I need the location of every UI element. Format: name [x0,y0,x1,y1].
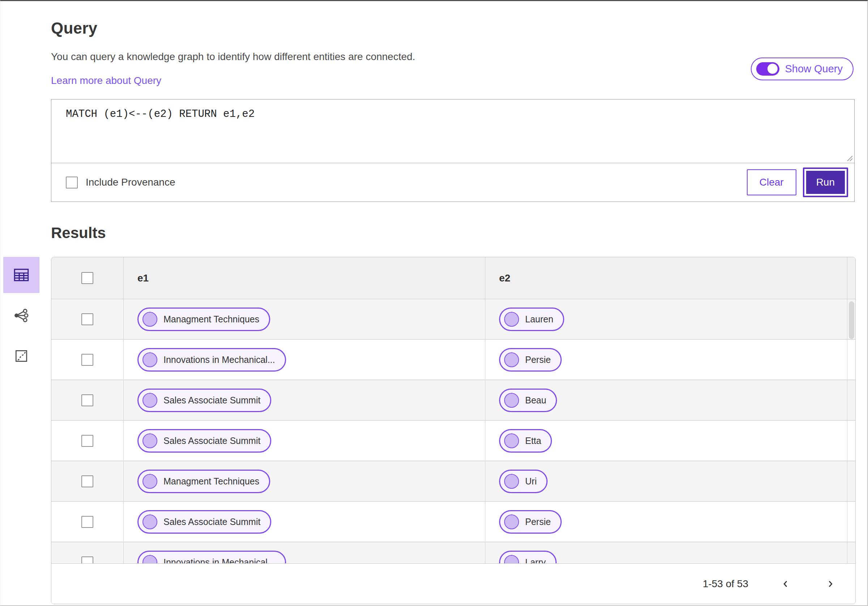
entity-node-icon [504,393,519,408]
query-description: You can query a knowledge graph to ident… [51,51,415,62]
column-header-e2: e2 [485,257,856,299]
query-intro-text: You can query a knowledge graph to ident… [51,51,415,87]
table-view-button[interactable] [3,257,39,293]
entity-node-icon [143,514,157,529]
row-checkbox[interactable] [81,394,93,406]
results-scroll-area: e1 e2 Managment Techniques Lauren [51,257,856,563]
map-view-button[interactable] [3,338,39,374]
show-query-toggle[interactable]: Show Query [751,57,854,80]
table-row: Innovations in Mechanical... Persie [51,340,856,380]
previous-page-button[interactable] [778,576,793,592]
include-provenance-checkbox[interactable] [66,177,78,188]
learn-more-link[interactable]: Learn more about Query [51,75,161,87]
query-actions: Clear Run [747,168,848,197]
table-row: Managment Techniques Lauren [51,299,856,340]
graph-view-icon [13,307,29,324]
resize-handle-icon[interactable] [845,154,853,162]
page-title: Query [51,19,855,37]
graph-view-button[interactable] [3,297,39,334]
entity-node-icon [504,434,519,448]
include-provenance-option[interactable]: Include Provenance [66,177,175,188]
toggle-knob [767,64,778,74]
entity-node-icon [504,514,519,529]
table-row: Managment Techniques Uri [51,461,856,502]
pagination-bar: 1-53 of 53 [51,563,856,604]
entity-chip[interactable]: Managment Techniques [138,469,270,493]
clear-button[interactable]: Clear [747,169,797,195]
query-panel: MATCH (e1)<--(e2) RETURN e1,e2 Include P… [51,99,855,202]
entity-chip[interactable]: Persie [499,510,562,534]
entity-chip[interactable]: Etta [499,429,552,452]
pagination-range: 1-53 of 53 [703,578,748,590]
row-checkbox[interactable] [81,313,93,325]
map-view-icon [13,348,29,364]
query-footer: Include Provenance Clear Run [51,163,854,202]
select-all-checkbox[interactable] [81,272,93,284]
app-window: Query You can query a knowledge graph to… [0,0,868,606]
chevron-left-icon [780,578,791,589]
table-row: Sales Associate Summit Persie [51,502,856,542]
row-checkbox[interactable] [81,516,93,528]
row-checkbox[interactable] [81,556,93,564]
entity-chip[interactable]: Sales Associate Summit [138,510,271,534]
entity-chip[interactable]: Sales Associate Summit [138,429,271,452]
query-intro-row: You can query a knowledge graph to ident… [51,51,855,87]
table-row: Sales Associate Summit Beau [51,380,856,421]
entity-chip[interactable]: Persie [499,348,562,371]
entity-node-icon [143,353,157,367]
view-switcher [3,257,39,374]
entity-chip[interactable]: Sales Associate Summit [138,388,271,412]
scrollbar-thumb[interactable] [849,301,854,339]
header-checkbox-cell [51,257,124,299]
query-text: MATCH (e1)<--(e2) RETURN e1,e2 [66,108,254,120]
entity-chip[interactable]: Innovations in Mechanical... [138,551,286,564]
table-view-icon [12,266,30,284]
include-provenance-label: Include Provenance [86,177,175,188]
main-content: Query You can query a knowledge graph to… [0,1,867,604]
results-area: e1 e2 Managment Techniques Lauren [51,257,855,604]
entity-node-icon [143,434,157,448]
entity-node-icon [504,474,519,489]
entity-chip[interactable]: Larry [499,551,556,564]
run-button[interactable]: Run [803,168,848,197]
table-row: Innovations in Mechanical... Larry [51,542,856,563]
column-header-e1: e1 [124,257,485,299]
entity-chip[interactable]: Innovations in Mechanical... [138,348,286,371]
next-page-button[interactable] [823,576,838,592]
entity-chip[interactable]: Managment Techniques [138,308,270,331]
entity-chip[interactable]: Uri [499,469,547,493]
results-panel: e1 e2 Managment Techniques Lauren [51,257,856,604]
show-query-label: Show Query [785,63,843,75]
chevron-right-icon [825,578,836,589]
row-checkbox[interactable] [81,354,93,366]
entity-node-icon [143,393,157,408]
entity-node-icon [504,353,519,367]
entity-node-icon [143,474,157,489]
row-checkbox[interactable] [81,475,93,487]
entity-node-icon [504,312,519,327]
entity-node-icon [504,555,519,564]
row-checkbox[interactable] [81,435,93,447]
query-input[interactable]: MATCH (e1)<--(e2) RETURN e1,e2 [51,99,854,163]
entity-node-icon [143,555,157,564]
toggle-switch[interactable] [756,62,780,76]
table-row: Sales Associate Summit Etta [51,421,856,461]
entity-node-icon [143,312,157,327]
table-header-row: e1 e2 [51,257,856,299]
entity-chip[interactable]: Lauren [499,308,564,331]
results-title: Results [51,224,855,242]
entity-chip[interactable]: Beau [499,388,557,412]
